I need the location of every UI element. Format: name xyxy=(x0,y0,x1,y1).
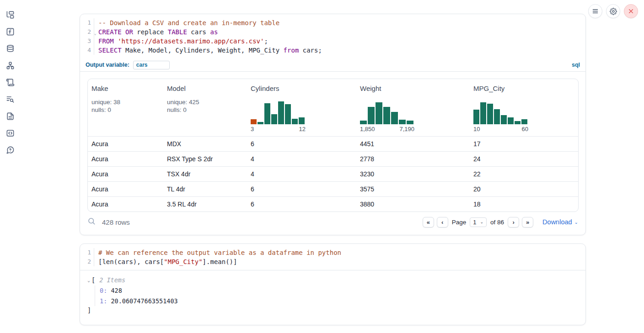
column-histogram: 1060 xyxy=(473,100,575,132)
column-header-model[interactable]: Modelunique: 425nulls: 0 xyxy=(163,79,247,136)
logs-icon[interactable] xyxy=(5,94,16,105)
table-body: AcuraMDX6445117AcuraRSX Type S 2dr427782… xyxy=(88,136,578,211)
tree-collapse-chevron-icon[interactable]: ⌄ xyxy=(87,278,90,283)
page-select[interactable]: 1 ⌄ xyxy=(470,217,487,227)
histogram-bar xyxy=(285,104,291,124)
output-variable-label: Output variable: xyxy=(86,62,129,68)
last-page-button[interactable]: » xyxy=(522,217,533,227)
python-code-editor[interactable]: 1# We can reference the output variable … xyxy=(80,244,585,270)
column-stats: unique: 38nulls: 0 xyxy=(91,98,160,114)
histogram-bar xyxy=(278,101,284,124)
histogram-bar xyxy=(251,119,257,124)
dependency-graph-icon[interactable] xyxy=(5,60,16,71)
table-output: Makeunique: 38nulls: 0Modelunique: 425nu… xyxy=(80,72,585,212)
line-number: 3 xyxy=(80,37,94,46)
table-cell: Acura xyxy=(88,140,163,148)
next-page-button[interactable]: › xyxy=(508,217,519,227)
column-label: MPG_City xyxy=(473,85,575,92)
histogram-bar xyxy=(487,104,493,124)
first-page-button[interactable]: « xyxy=(423,217,434,227)
sidebar xyxy=(0,0,20,333)
column-header-mpg_city[interactable]: MPG_City1060 xyxy=(470,79,579,136)
code-line[interactable]: 2⌄CREATE OR replace TABLE cars as xyxy=(80,27,585,37)
file-explorer-icon[interactable] xyxy=(5,9,16,20)
histogram-bar xyxy=(407,121,413,124)
table-cell: 6 xyxy=(247,201,356,208)
line-number: 1 xyxy=(80,18,94,27)
histogram-max-label: 7,190 xyxy=(399,126,414,132)
histogram-min-label: 1,850 xyxy=(360,126,375,132)
table-cell: 3230 xyxy=(356,170,470,178)
fold-chevron-icon[interactable]: ⌄ xyxy=(94,29,97,38)
tree-items-count: 2 Items xyxy=(99,276,125,284)
sql-cell: 1-- Download a CSV and create an in-memo… xyxy=(80,14,586,235)
table-cell: 3880 xyxy=(356,201,470,208)
histogram-bar xyxy=(494,109,500,124)
table-cell: 22 xyxy=(470,170,579,178)
download-button[interactable]: Download ⌄ xyxy=(542,218,578,226)
column-header-make[interactable]: Makeunique: 38nulls: 0 xyxy=(88,79,163,136)
table-cell: RSX Type S 2dr xyxy=(163,155,247,163)
column-header-cylinders[interactable]: Cylinders312 xyxy=(247,79,356,136)
search-icon[interactable] xyxy=(87,217,96,227)
column-histogram: 312 xyxy=(251,100,353,132)
code-text: CREATE OR replace TABLE cars as xyxy=(94,27,218,37)
tree-close-bracket: ] xyxy=(87,306,578,315)
snippets-icon[interactable] xyxy=(5,127,16,138)
python-cell: 1# We can reference the output variable … xyxy=(80,243,586,325)
code-line[interactable]: 3FROM 'https://datasets.marimo.app/cars.… xyxy=(80,37,585,46)
scratchpad-icon[interactable] xyxy=(5,77,16,88)
code-text: FROM 'https://datasets.marimo.app/cars.c… xyxy=(94,37,268,46)
tree-entries: 0: 4281: 20.060747663551403 xyxy=(95,285,578,306)
table-cell: 6 xyxy=(247,185,356,193)
table-cell: MDX xyxy=(163,140,247,148)
code-line[interactable]: 1# We can reference the output variable … xyxy=(80,248,585,257)
histogram-bar xyxy=(391,112,398,124)
histogram-max-label: 12 xyxy=(299,126,306,132)
menu-button[interactable] xyxy=(588,4,602,18)
table-cell: 4 xyxy=(247,155,356,163)
tree-entry: 0: 428 xyxy=(100,285,578,296)
code-line[interactable]: 2[len(cars), cars["MPG_City"].mean()] xyxy=(80,257,585,266)
sql-code-editor[interactable]: 1-- Download a CSV and create an in-memo… xyxy=(80,14,585,58)
datasources-icon[interactable] xyxy=(5,43,16,54)
help-icon[interactable] xyxy=(5,144,16,155)
functions-icon[interactable] xyxy=(5,26,16,37)
documentation-icon[interactable] xyxy=(5,111,16,122)
chevron-down-icon: ⌄ xyxy=(480,220,484,224)
histogram-bar xyxy=(271,114,277,124)
table-cell: Acura xyxy=(88,155,163,163)
histogram-bar xyxy=(292,119,298,124)
histogram-bar xyxy=(376,102,382,124)
histogram-bar xyxy=(383,107,390,124)
top-controls xyxy=(588,4,638,18)
output-variable-input[interactable] xyxy=(133,61,170,69)
page-total-label: of 86 xyxy=(490,219,504,226)
line-number: 2⌄ xyxy=(80,27,94,37)
code-text: [len(cars), cars["MPG_City"].mean()] xyxy=(94,257,237,266)
table-cell: TL 4dr xyxy=(163,185,247,193)
column-label: Cylinders xyxy=(251,85,353,92)
table-cell: Acura xyxy=(88,170,163,178)
histogram-bar xyxy=(515,121,521,124)
output-variable-row: Output variable: sql xyxy=(80,58,585,72)
column-header-weight[interactable]: Weight1,8507,190 xyxy=(356,79,470,136)
tree-open-bracket: [ xyxy=(91,276,95,284)
row-count: 428 rows xyxy=(102,218,130,226)
histogram-min-label: 10 xyxy=(473,126,480,132)
table-row: AcuraMDX6445117 xyxy=(88,136,578,151)
data-table: Makeunique: 38nulls: 0Modelunique: 425nu… xyxy=(87,79,579,212)
page-select-value: 1 xyxy=(473,219,476,226)
column-histogram: 1,8507,190 xyxy=(360,100,466,132)
table-row: AcuraRSX Type S 2dr4277824 xyxy=(88,151,578,166)
histogram-bar xyxy=(473,110,479,124)
code-text: -- Download a CSV and create an in-memor… xyxy=(94,18,279,27)
download-label: Download xyxy=(542,218,572,226)
histogram-bar xyxy=(368,107,375,124)
prev-page-button[interactable]: ‹ xyxy=(437,217,448,227)
histogram-max-label: 60 xyxy=(522,126,528,132)
close-button[interactable] xyxy=(624,4,638,18)
code-line[interactable]: 4SELECT Make, Model, Cylinders, Weight, … xyxy=(80,46,585,55)
code-line[interactable]: 1-- Download a CSV and create an in-memo… xyxy=(80,18,585,27)
settings-button[interactable] xyxy=(606,4,620,18)
